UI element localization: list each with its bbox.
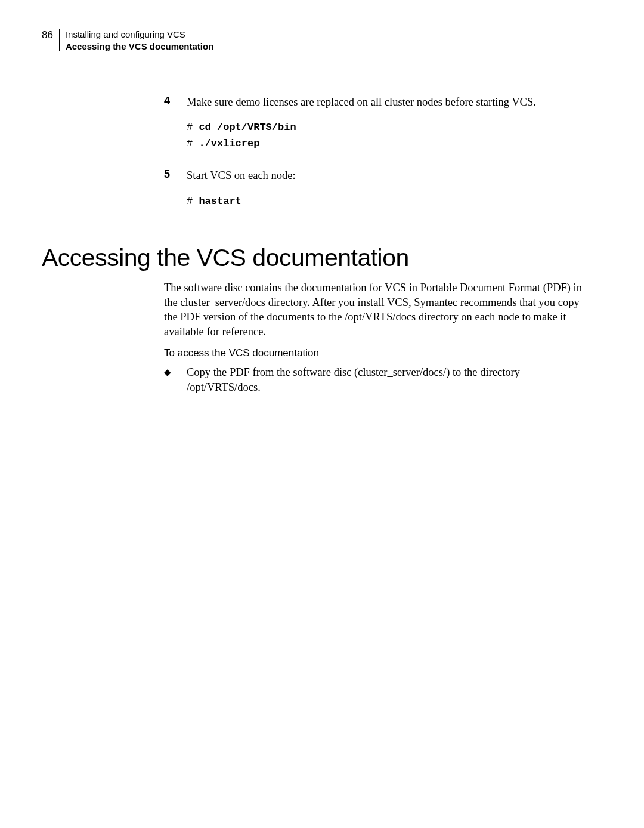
code-command: hastart [199, 196, 241, 207]
step-number: 5 [164, 168, 187, 215]
step-text: Make sure demo licenses are replaced on … [187, 95, 536, 110]
step-text: Start VCS on each node: [187, 168, 296, 183]
section-heading: Accessing the VCS documentation [42, 244, 590, 272]
header-chapter: Installing and configuring VCS [66, 29, 213, 41]
code-block: # cd /opt/VRTS/bin # ./vxlicrep [187, 120, 536, 152]
body-paragraph: The software disc contains the documenta… [164, 280, 590, 339]
step-number: 4 [164, 95, 187, 158]
bullet-text: Copy the PDF from the software disc (clu… [187, 365, 590, 394]
code-prompt: # [187, 122, 199, 133]
code-command: cd /opt/VRTS/bin [199, 122, 296, 133]
header-section: Accessing the VCS documentation [66, 41, 213, 52]
diamond-bullet-icon: ◆ [164, 365, 187, 380]
bullet-item: ◆ Copy the PDF from the software disc (c… [164, 365, 590, 394]
page-header: 86 Installing and configuring VCS Access… [42, 29, 590, 53]
code-prompt: # [187, 196, 199, 207]
header-text-block: Installing and configuring VCS Accessing… [66, 29, 213, 53]
page-number: 86 [42, 29, 53, 41]
step-5: 5 Start VCS on each node: # hastart [164, 168, 590, 215]
step-4: 4 Make sure demo licenses are replaced o… [164, 95, 590, 158]
code-prompt: # [187, 138, 199, 149]
procedure-subheading: To access the VCS documentation [164, 347, 590, 359]
code-block: # hastart [187, 194, 296, 209]
header-divider [59, 29, 60, 51]
code-command: ./vxlicrep [199, 138, 259, 149]
